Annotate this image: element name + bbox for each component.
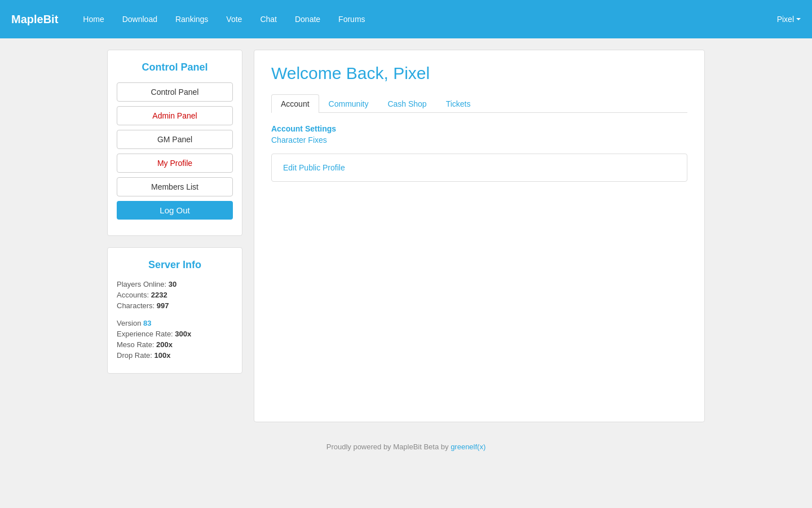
tab-cash-shop[interactable]: Cash Shop	[378, 94, 436, 113]
nav-item-home[interactable]: Home	[75, 10, 112, 28]
nav-link-forums[interactable]: Forums	[330, 10, 373, 28]
exp-rate-value: 300x	[175, 330, 191, 338]
main-container: Control Panel Control Panel Admin Panel …	[96, 38, 716, 433]
nav-item-donate[interactable]: Donate	[287, 10, 328, 28]
nav-item-rankings[interactable]: Rankings	[167, 10, 216, 28]
nav-item-vote[interactable]: Vote	[218, 10, 250, 28]
tab-tickets[interactable]: Tickets	[436, 94, 480, 113]
control-panel-title: Control Panel	[117, 62, 233, 73]
tabs-container: Account Community Cash Shop Tickets	[271, 94, 687, 113]
drop-rate-stat: Drop Rate: 100x	[117, 351, 233, 360]
account-links: Account Settings Character Fixes	[271, 124, 687, 144]
logout-button[interactable]: Log Out	[117, 201, 233, 220]
server-info-box: Server Info Players Online: 30 Accounts:…	[107, 247, 242, 374]
nav-link-download[interactable]: Download	[114, 10, 165, 28]
nav-link-rankings[interactable]: Rankings	[167, 10, 216, 28]
sidebar: Control Panel Control Panel Admin Panel …	[107, 50, 242, 422]
members-list-button[interactable]: Members List	[117, 177, 233, 196]
welcome-title: Welcome Back, Pixel	[271, 64, 687, 83]
meso-rate-stat: Meso Rate: 200x	[117, 340, 233, 349]
drop-rate-value: 100x	[154, 351, 170, 360]
exp-rate-stat: Experience Rate: 300x	[117, 330, 233, 338]
players-online-stat: Players Online: 30	[117, 280, 233, 288]
characters-stat: Characters: 997	[117, 301, 233, 310]
footer: Proudly powered by MapleBit Beta by gree…	[0, 433, 812, 460]
username-label: Pixel	[777, 15, 794, 24]
user-dropdown[interactable]: Pixel	[777, 15, 801, 24]
version-stat: Version 83	[117, 319, 233, 327]
tab-account[interactable]: Account	[271, 94, 319, 113]
nav-link-vote[interactable]: Vote	[218, 10, 250, 28]
gm-panel-button[interactable]: GM Panel	[117, 130, 233, 149]
nav-item-forums[interactable]: Forums	[330, 10, 373, 28]
footer-text: Proudly powered by MapleBit Beta by	[326, 443, 451, 451]
footer-link[interactable]: greenelf(x)	[451, 443, 486, 451]
edit-public-profile-link[interactable]: Edit Public Profile	[283, 163, 345, 172]
navbar-nav: Home Download Rankings Vote Chat Donate …	[75, 10, 776, 28]
navbar: MapleBit Home Download Rankings Vote Cha…	[0, 0, 812, 38]
account-settings-link[interactable]: Account Settings	[271, 124, 687, 133]
profile-card: Edit Public Profile	[271, 154, 687, 182]
version-value: 83	[143, 319, 151, 327]
admin-panel-button[interactable]: Admin Panel	[117, 106, 233, 125]
navbar-brand[interactable]: MapleBit	[11, 13, 58, 26]
tab-community[interactable]: Community	[319, 94, 378, 113]
characters-value: 997	[157, 301, 169, 310]
my-profile-button[interactable]: My Profile	[117, 154, 233, 173]
server-info-title: Server Info	[117, 259, 233, 271]
dropdown-caret-icon	[796, 18, 801, 20]
control-panel-box: Control Panel Control Panel Admin Panel …	[107, 50, 242, 236]
server-stats: Players Online: 30 Accounts: 2232 Charac…	[117, 280, 233, 360]
nav-link-donate[interactable]: Donate	[287, 10, 328, 28]
players-online-value: 30	[169, 280, 176, 288]
meso-rate-value: 200x	[156, 340, 173, 349]
accounts-value: 2232	[151, 291, 167, 299]
nav-item-chat[interactable]: Chat	[252, 10, 285, 28]
nav-item-download[interactable]: Download	[114, 10, 165, 28]
nav-link-home[interactable]: Home	[75, 10, 112, 28]
accounts-stat: Accounts: 2232	[117, 291, 233, 299]
nav-link-chat[interactable]: Chat	[252, 10, 285, 28]
content-area: Welcome Back, Pixel Account Community Ca…	[254, 50, 705, 422]
control-panel-button[interactable]: Control Panel	[117, 82, 233, 102]
character-fixes-link[interactable]: Character Fixes	[271, 135, 687, 144]
